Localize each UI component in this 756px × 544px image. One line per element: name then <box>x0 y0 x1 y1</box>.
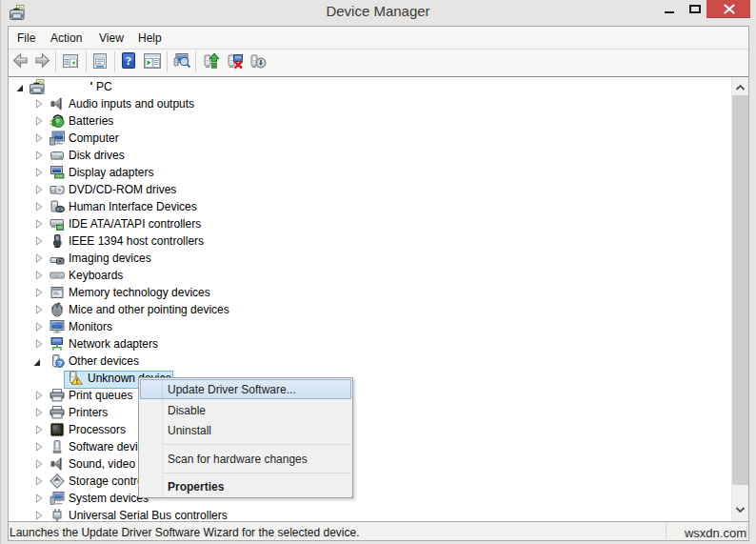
svg-text:?: ? <box>126 53 132 68</box>
svg-text:?: ? <box>58 359 63 368</box>
